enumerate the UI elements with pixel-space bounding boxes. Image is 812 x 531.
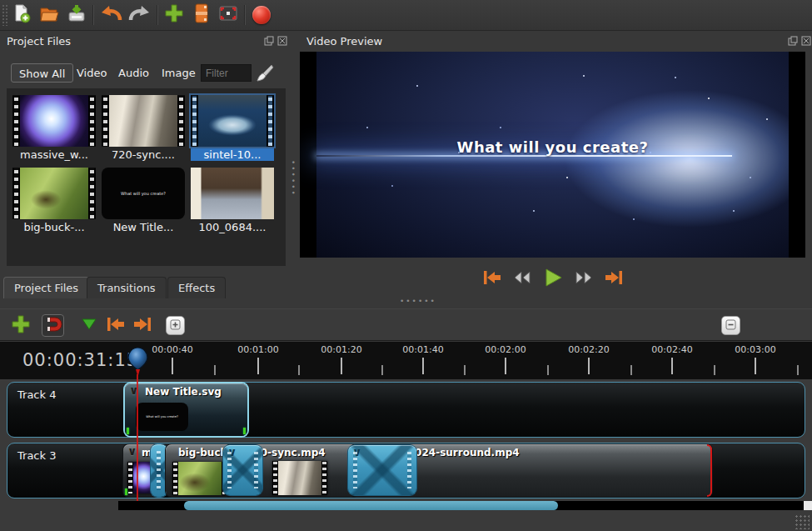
save-project-icon <box>67 3 87 27</box>
file-item-sintel[interactable]: sintel-10... <box>191 95 274 161</box>
snapping-toggle-button[interactable] <box>42 314 64 337</box>
transition-clip[interactable]: ∨ <box>223 445 262 495</box>
preview-splitter-handle[interactable]: •••••• <box>400 297 436 305</box>
track-4-row[interactable]: Track 4 ∨ New Title.svg What will you cr… <box>7 382 805 438</box>
film-strip <box>177 95 185 147</box>
close-dock-icon[interactable] <box>277 36 287 46</box>
filter-image-button[interactable]: Image <box>162 63 196 83</box>
clear-filter-brush-icon[interactable] <box>255 63 275 87</box>
jump-to-start-button[interactable] <box>483 269 501 286</box>
previous-marker-icon <box>106 316 126 336</box>
open-project-button[interactable] <box>37 3 61 27</box>
effect-indicator <box>243 428 246 434</box>
ruler-tick <box>755 358 756 374</box>
jump-to-end-button[interactable] <box>605 269 623 286</box>
film-strip <box>191 95 198 147</box>
magnet-icon <box>44 315 62 337</box>
filter-input[interactable] <box>201 64 252 82</box>
tab-effects[interactable]: Effects <box>167 277 226 298</box>
ruler-tick <box>505 358 506 374</box>
previous-marker-button[interactable] <box>104 314 127 337</box>
transition-holes <box>254 452 258 488</box>
window-resize-grip[interactable] <box>795 514 810 529</box>
file-item-big-buck[interactable]: big-buck-... <box>12 168 96 233</box>
dock-splitter-handle[interactable]: •••••• <box>289 160 297 197</box>
file-item-massive[interactable]: massive_w... <box>12 95 96 161</box>
ruler-minor-tick <box>714 365 715 375</box>
fullscreen-button[interactable] <box>217 3 240 27</box>
new-project-button[interactable] <box>10 3 33 27</box>
redo-icon <box>128 3 150 27</box>
film-strip <box>12 95 20 147</box>
ruler-tick <box>341 358 342 374</box>
choose-profile-button[interactable] <box>190 3 213 27</box>
transition-clip[interactable]: ∨ <box>348 445 416 495</box>
timeline-scrollbar-thumb[interactable] <box>184 501 558 510</box>
film-strip <box>267 95 274 147</box>
ruler-tick-label: 00:02:00 <box>485 344 526 355</box>
ruler-minor-tick <box>214 365 216 375</box>
fast-forward-button[interactable] <box>575 270 593 285</box>
timeline-ruler[interactable]: 00:00:31:15 00:00:40 00:01:00 00:01:20 0… <box>0 342 812 379</box>
playhead-marker[interactable] <box>127 347 149 381</box>
play-button[interactable] <box>543 268 563 288</box>
clip-menu-chevron-icon[interactable]: ∨ <box>127 444 137 458</box>
zoom-in-button[interactable] <box>166 316 185 335</box>
file-thumbnail <box>191 168 274 219</box>
add-track-icon <box>11 314 31 338</box>
file-label: 100_0684.... <box>191 221 274 233</box>
clip-new-title[interactable]: ∨ New Title.svg What will you create? <box>125 383 247 436</box>
float-dock-icon[interactable] <box>788 36 798 46</box>
float-dock-icon[interactable] <box>264 36 274 46</box>
ruler-minor-tick <box>298 365 300 375</box>
save-project-button[interactable] <box>65 3 88 27</box>
filter-audio-button[interactable]: Audio <box>118 63 149 83</box>
ruler-tick-label: 00:00:40 <box>152 344 192 355</box>
undo-button[interactable] <box>100 3 123 27</box>
playback-controls <box>300 261 805 294</box>
clip-label: New Title.svg <box>145 386 222 398</box>
file-item-new-title[interactable]: What will you create? New Title... <box>102 168 185 233</box>
export-video-button[interactable] <box>250 3 273 27</box>
rewind-button[interactable] <box>513 270 531 285</box>
openshot-window: Project Files Show All Video Audio Image… <box>0 0 812 531</box>
tab-transitions[interactable]: Transitions <box>87 277 167 298</box>
film-strip <box>88 95 96 147</box>
add-track-button[interactable] <box>9 314 32 337</box>
file-item-720-sync[interactable]: 720-sync.... <box>102 95 185 161</box>
filter-show-all-button[interactable]: Show All <box>11 63 73 83</box>
ruler-minor-tick <box>630 365 632 375</box>
file-label: big-buck-... <box>12 221 96 233</box>
transition-clip[interactable] <box>151 444 167 497</box>
add-marker-button[interactable] <box>77 314 100 337</box>
undo-icon <box>101 3 122 27</box>
import-files-button[interactable] <box>162 3 186 27</box>
playhead-line[interactable] <box>137 379 138 501</box>
file-item-100-0684[interactable]: 100_0684.... <box>191 168 274 233</box>
video-preview-canvas[interactable]: What will you create? <box>300 52 805 258</box>
ruler-tick-label: 00:02:40 <box>651 344 692 355</box>
video-frame: What will you create? <box>316 52 789 258</box>
clip-big-buck[interactable]: big-buck- <box>166 444 232 497</box>
transition-holes <box>407 452 411 488</box>
open-project-icon <box>39 3 60 27</box>
ruler-tick <box>422 358 424 374</box>
ruler-minor-tick <box>464 365 466 375</box>
clip-trim-edge[interactable] <box>707 444 712 497</box>
filter-video-button[interactable]: Video <box>77 63 107 83</box>
transition-holes <box>227 452 232 488</box>
close-dock-icon[interactable] <box>801 36 811 46</box>
clip-thumbnail <box>178 462 222 495</box>
ruler-tick-label: 00:01:40 <box>402 344 443 355</box>
toolbar-drag-handle[interactable] <box>2 4 8 26</box>
ruler-tick <box>588 358 590 374</box>
redo-button[interactable] <box>127 3 151 27</box>
next-marker-button[interactable] <box>131 314 153 337</box>
track-name: Track 4 <box>17 388 56 401</box>
ruler-tick-label: 00:01:00 <box>237 344 278 355</box>
tab-project-files[interactable]: Project Files <box>3 277 89 298</box>
track-3-row[interactable]: Track 3 ∨ m... big-buck- 720-sync.mp4 <box>7 443 805 498</box>
toolbar-separator <box>92 5 93 25</box>
zoom-out-button[interactable] <box>721 316 740 335</box>
toolbar-separator <box>157 5 157 25</box>
